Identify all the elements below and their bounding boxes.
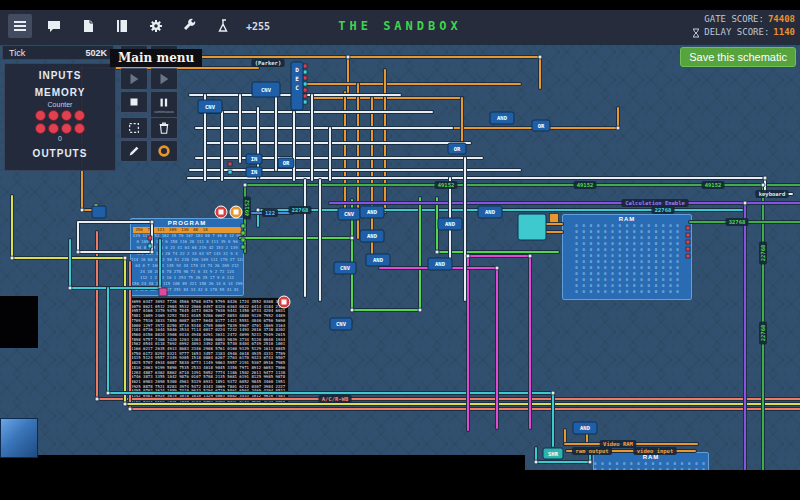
pin [241,231,245,235]
wire[interactable] [70,240,160,288]
wire-junction [418,308,422,312]
outputs-header[interactable]: OUTPUTS [5,148,115,159]
pin [686,226,690,230]
wire-junction [350,308,354,312]
tool-sub-label: continuous [154,110,173,114]
step-button[interactable] [120,68,148,90]
svg-text:49152: 49152 [577,182,594,188]
bottom-left-black [0,455,525,471]
pause-button[interactable]: continuous [150,91,178,119]
minimap[interactable] [0,418,38,458]
gate-label: AND [445,221,456,227]
wire-junction [243,183,247,187]
pin [241,224,245,228]
button-glyph [219,210,224,215]
wire[interactable] [108,288,553,393]
counter-bit-led [48,110,59,121]
wire-label: keyboard [755,190,788,198]
delete-button[interactable] [150,117,178,139]
gate-label: CNV [340,265,351,271]
pin [228,162,232,166]
svg-text:49152: 49152 [438,182,455,188]
gate-box[interactable] [92,206,106,218]
wire[interactable] [430,108,618,128]
wire-junction [10,256,14,260]
pin [686,233,690,237]
gate-label: AND [497,115,508,121]
delay-score-label: DELAY SCORE: [704,26,769,39]
svg-text:49152: 49152 [244,200,250,217]
wire-outline [430,108,618,128]
trash-icon [157,121,171,135]
wire-label: A/C/R-WB [318,395,351,403]
wire-label: 22768 [759,242,767,265]
play-icon [127,72,141,86]
select-button[interactable] [120,117,148,139]
page-title: THE SANDBOX [0,19,800,33]
gate-label: OR [454,146,461,152]
wire-junction [80,208,84,212]
stop-button[interactable] [120,91,148,113]
wire-junction [588,460,592,464]
pin [303,94,307,98]
gate-label: E [295,75,299,82]
wire-junction [123,402,127,406]
wire-label: 22768 [759,322,767,345]
counter-bit-led [74,110,85,121]
pin [686,240,690,244]
pin [303,82,307,86]
svg-text:49152: 49152 [705,182,722,188]
svg-text:22768: 22768 [760,245,766,262]
gate-label: CNV [261,87,272,93]
wire-junction [350,236,354,240]
hourglass-icon [692,28,700,38]
select-icon [127,121,141,135]
edit-button[interactable] [120,140,148,162]
inputs-header[interactable]: INPUTS [5,70,115,81]
gate-label: OR [538,123,545,129]
bottom-letterbox [0,470,800,500]
pin [303,70,307,74]
loop-button[interactable] [150,140,178,162]
svg-text:keyboard: keyboard [759,191,786,198]
button-glyph [282,300,287,305]
counter-component[interactable]: Counter 0 [30,101,90,142]
wire-junction [743,201,747,205]
memory-header[interactable]: MEMORY [5,87,115,98]
wire-label: 49152 [702,181,725,189]
pin [550,214,559,223]
counter-bit-led [61,110,72,121]
counter-value: 0 [30,135,90,142]
wire-junction [346,55,350,59]
run-button[interactable] [150,68,178,90]
counter-bit-led [74,123,85,134]
svg-text:ram output: ram output [575,448,608,455]
counter-bit-led [48,123,59,134]
wire-junction [106,391,110,395]
pin [686,247,690,251]
wire-junction [538,55,542,59]
pin [303,76,307,80]
wire-junction [761,183,765,187]
counter-dots [34,110,86,134]
gate-label: IN [251,169,258,175]
svg-text:22768: 22768 [760,325,766,342]
wire-junction [150,220,154,224]
pin [148,244,152,248]
gate-label: C [295,84,299,91]
black-panel [0,296,38,348]
gate-label: IN [251,156,258,162]
delay-score-value: 1140 [773,26,795,39]
gate-box[interactable] [518,214,546,240]
wire-junction [123,256,127,260]
gate-label: AND [367,233,378,239]
stop-icon [127,95,141,109]
wire-junction [534,460,538,464]
wire-junction [528,254,532,258]
wire-junction [256,208,260,212]
save-schematic-button[interactable]: Save this schematic [680,47,796,67]
svg-text:A/C/R-WB: A/C/R-WB [322,396,349,402]
pin [241,238,245,242]
wire[interactable] [78,222,152,252]
play-icon [157,72,171,86]
